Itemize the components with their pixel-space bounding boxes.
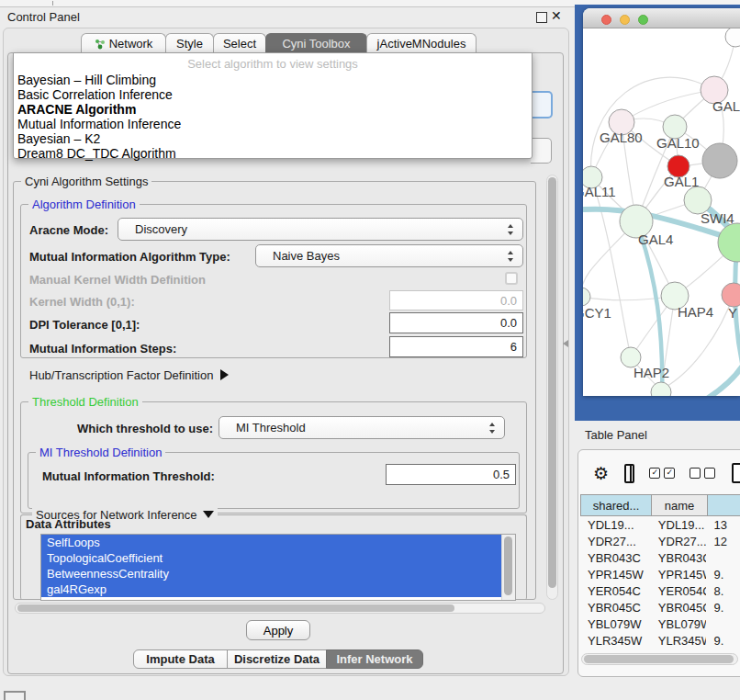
window-minimize-icon[interactable]	[620, 15, 630, 25]
table-row[interactable]: YPR145WYPR145W9.	[580, 566, 740, 582]
tab-impute-data[interactable]: Impute Data	[133, 649, 228, 669]
algorithm-option[interactable]: Dream8 DC_TDC Algorithm	[14, 146, 532, 161]
tab-label: Select	[223, 37, 256, 51]
table-row[interactable]: YER054CYER054C8.	[580, 582, 740, 599]
algorithm-dropdown-list: Bayesian – Hill ClimbingBasic Correlatio…	[14, 73, 532, 161]
tab-jactivemnodules[interactable]: jActiveMNodules	[366, 33, 477, 53]
mi-threshold-label: Mutual Information Threshold:	[42, 469, 215, 483]
aracne-mode-combobox[interactable]: Discovery	[118, 218, 523, 241]
attribute-list-item[interactable]: TopologicalCoefficient	[41, 550, 501, 566]
table-cell: YBL079W	[580, 617, 651, 631]
gear-icon[interactable]: ⚙	[593, 463, 609, 484]
algorithm-option[interactable]: Bayesian – Hill Climbing	[14, 73, 532, 87]
mi-steps-field[interactable]: 6	[389, 336, 523, 357]
algorithm-dropdown-popup: Select algorithm to view settings Bayesi…	[13, 52, 533, 159]
algorithm-option[interactable]: Basic Correlation Inference	[14, 87, 532, 102]
node-gal-partial-label: GAL	[712, 98, 740, 114]
splitter-handle-icon[interactable]	[563, 340, 568, 347]
tab-style[interactable]: Style	[165, 33, 214, 53]
table-row[interactable]: YDR27...YDR27...12	[580, 533, 740, 549]
network-edge[interactable]	[591, 177, 631, 357]
hub-definition-label: Hub/Transcription Factor Definition	[29, 368, 213, 382]
column-header-shared[interactable]: shared...	[580, 494, 652, 516]
splitter-tick[interactable]	[52, 1, 53, 6]
list-scrollbar[interactable]	[501, 535, 515, 600]
minimized-panel-icon[interactable]	[4, 691, 26, 700]
mi-threshold-field[interactable]: 0.5	[386, 464, 516, 485]
node-gal10-label: GAL10	[656, 135, 700, 151]
dpi-tolerance-field[interactable]: 0.0	[389, 312, 523, 333]
column-header-name[interactable]: name	[651, 494, 708, 516]
algorithm-option[interactable]: Mutual Information Inference	[14, 117, 532, 131]
aracne-mode-value: Discovery	[118, 222, 187, 236]
tab-discretize-data[interactable]: Discretize Data	[227, 649, 327, 669]
data-attributes-list[interactable]: SelfLoopsTopologicalCoefficientBetweenne…	[40, 534, 516, 601]
node-table[interactable]: shared...nameYDL19...YDL19...13YDR27...Y…	[580, 494, 740, 665]
algorithm-option[interactable]: ARACNE Algorithm	[14, 102, 532, 117]
window-zoom-icon[interactable]	[638, 15, 648, 25]
node-pink-right-label: Y	[728, 305, 737, 321]
node-gal1-label: GAL1	[664, 174, 699, 189]
node-big-green[interactable]	[718, 223, 740, 262]
tab-select[interactable]: Select	[213, 33, 266, 53]
which-threshold-combobox[interactable]: MI Threshold	[219, 416, 505, 439]
node-gcy1[interactable]	[583, 288, 590, 306]
kernel-width-value: 0.0	[500, 294, 517, 308]
cyni-algorithm-settings-label: Cyni Algorithm Settings	[21, 175, 151, 188]
mi-threshold-value: 0.5	[493, 468, 510, 481]
window-close-icon[interactable]	[601, 15, 611, 25]
which-threshold-value: MI Threshold	[219, 421, 306, 435]
network-graph: GALGAL80GAL10GAL1GAL11SWI4GAL4GCY1HAP4YH…	[583, 28, 740, 396]
threshold-definition-label: Threshold Definition	[28, 395, 142, 409]
column-header-extra[interactable]	[707, 494, 740, 516]
table-cell: YLR345W	[651, 634, 707, 648]
network-canvas[interactable]: GALGAL80GAL10GAL1GAL11SWI4GAL4GCY1HAP4YH…	[583, 28, 740, 396]
table-horizontal-scrollbar[interactable]	[581, 653, 738, 665]
network-window[interactable]: GALGAL80GAL10GAL1GAL11SWI4GAL4GCY1HAP4YH…	[583, 8, 740, 396]
combo-spinner-icon	[508, 251, 514, 262]
document-icon[interactable]	[732, 463, 740, 483]
table-row[interactable]: YDL19...YDL19...13	[580, 516, 740, 533]
manual-kernel-checkbox[interactable]	[505, 272, 518, 285]
tab-infer-network[interactable]: Infer Network	[326, 649, 423, 669]
tab-network[interactable]: Network	[81, 33, 166, 53]
node-bottom-partial[interactable]	[651, 382, 671, 396]
network-window-titlebar[interactable]	[583, 8, 740, 28]
attribute-list-item[interactable]: BetweennessCentrality	[41, 566, 501, 581]
table-cell: YDR27...	[651, 535, 707, 548]
split-columns-icon[interactable]	[624, 464, 634, 483]
float-window-button[interactable]	[536, 12, 547, 23]
table-row[interactable]: YBR045CYBR045C9.	[580, 599, 740, 615]
table-row[interactable]: YLR345WYLR345W9.	[580, 632, 740, 649]
tab-cyni-toolbox[interactable]: Cyni Toolbox	[265, 33, 367, 53]
algorithm-option[interactable]: Bayesian – K2	[14, 131, 532, 146]
kernel-width-label: Kernel Width (0,1):	[29, 295, 135, 309]
table-row[interactable]: YBR043CYBR043C	[580, 549, 740, 566]
attribute-list-item[interactable]: SelfLoops	[41, 535, 501, 550]
hub-definition-expander[interactable]: Hub/Transcription Factor Definition	[29, 368, 229, 382]
table-panel-title: Table Panel	[585, 428, 647, 442]
aracne-mode-label: Aracne Mode:	[29, 223, 108, 237]
settings-vertical-scrollbar[interactable]	[546, 175, 558, 600]
deselect-all-icon[interactable]	[690, 468, 715, 479]
node-pink-right[interactable]	[722, 283, 740, 307]
apply-button[interactable]: Apply	[246, 620, 310, 640]
select-all-icon[interactable]: ✓✓	[649, 468, 675, 479]
mi-type-label: Mutual Information Algorithm Type:	[29, 250, 230, 264]
mi-type-combobox[interactable]: Naive Bayes	[255, 244, 523, 267]
table-cell: YDR27...	[580, 535, 651, 548]
close-panel-button[interactable]: ✕	[551, 8, 562, 23]
tab-label: Cyni Toolbox	[282, 37, 350, 51]
attribute-list-item[interactable]: gal4RGexp	[41, 581, 501, 597]
kernel-width-field[interactable]: 0.0	[389, 290, 523, 310]
table-cell: YBR045C	[580, 601, 651, 615]
table-cell: YPR145W	[580, 568, 651, 581]
node-hap2-label: HAP2	[633, 365, 669, 380]
table-cell: YER054C	[580, 584, 651, 598]
node-top-partial[interactable]	[725, 28, 740, 47]
table-row[interactable]: YBL079WYBL079W	[580, 615, 740, 632]
table-cell: YPR145W	[651, 568, 707, 581]
node-big-gray[interactable]	[702, 143, 737, 178]
settings-horizontal-scrollbar[interactable]	[15, 603, 545, 614]
node-gcy1-label: GCY1	[583, 305, 611, 321]
